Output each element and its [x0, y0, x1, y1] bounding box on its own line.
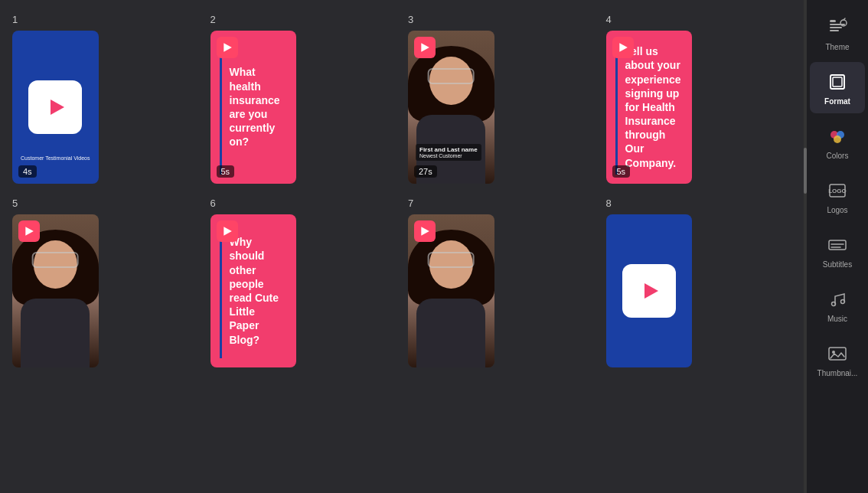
item-number-3: 3 — [408, 14, 413, 25]
play-badge-7 — [414, 220, 436, 242]
svg-marker-6 — [224, 227, 232, 236]
sidebar-item-music[interactable]: Music — [810, 279, 865, 331]
sidebar-item-theme[interactable]: Theme — [810, 8, 865, 59]
card-text-6: Why should other people read Cute Little… — [230, 235, 288, 347]
theme-icon — [825, 15, 850, 40]
svg-rect-13 — [830, 30, 839, 31]
main-content: 1 Customer Testimonial Videos 4s — [0, 0, 804, 493]
sidebar: Theme Format Colors LOGO — [807, 0, 868, 493]
svg-marker-7 — [421, 227, 429, 236]
video-grid: 1 Customer Testimonial Videos 4s — [12, 12, 791, 367]
card-3[interactable]: First and Last name Newest Customer 27s — [408, 31, 494, 184]
card-7[interactable] — [408, 214, 494, 367]
svg-point-20 — [834, 135, 841, 143]
item-number-8: 8 — [606, 198, 612, 209]
sidebar-item-thumbnail[interactable]: Thumbnai... — [810, 334, 865, 385]
duration-3: 27s — [414, 165, 437, 178]
logo-box-1 — [28, 80, 82, 134]
logo-box-8 — [622, 264, 676, 318]
grid-item-3[interactable]: 3 First and Last name Newest Customer — [408, 31, 594, 184]
duration-1: 4s — [18, 165, 37, 178]
item-number-6: 6 — [210, 198, 216, 209]
svg-marker-4 — [619, 43, 628, 52]
svg-marker-2 — [224, 43, 232, 52]
left-bar-6 — [220, 224, 222, 358]
svg-marker-5 — [25, 227, 34, 236]
grid-item-6[interactable]: 6 Why should other people read Cute Litt… — [210, 214, 396, 367]
sidebar-item-colors[interactable]: Colors — [810, 116, 865, 168]
play-badge-3 — [414, 37, 436, 58]
item-number-5: 5 — [12, 198, 18, 209]
svg-point-27 — [841, 300, 845, 304]
duration-4: 5s — [612, 165, 631, 178]
subtitles-icon — [825, 233, 850, 257]
card-2[interactable]: What health insurance are you currently … — [210, 31, 297, 184]
grid-item-1[interactable]: 1 Customer Testimonial Videos 4s — [12, 31, 198, 184]
item-number-1: 1 — [12, 14, 18, 25]
play-badge-6 — [217, 220, 238, 242]
item-number-7: 7 — [408, 198, 413, 209]
sidebar-label-theme: Theme — [825, 43, 849, 51]
grid-item-8[interactable]: 8 — [606, 214, 792, 367]
logo-subtitle-1: Customer Testimonial Videos — [12, 155, 99, 161]
music-icon — [825, 287, 850, 312]
grid-item-2[interactable]: 2 What health insurance are you currentl… — [210, 31, 396, 184]
scroll-divider — [804, 0, 807, 493]
colors-icon — [825, 124, 850, 149]
svg-rect-23 — [829, 240, 846, 250]
sidebar-label-logos: Logos — [827, 206, 847, 214]
svg-point-26 — [832, 302, 836, 306]
card-8[interactable] — [606, 214, 693, 367]
logos-icon: LOGO — [825, 178, 850, 203]
svg-rect-12 — [830, 27, 842, 28]
sidebar-item-subtitles[interactable]: Subtitles — [810, 225, 865, 276]
item-number-4: 4 — [606, 14, 612, 25]
left-bar-2 — [220, 40, 222, 175]
format-icon — [825, 70, 850, 94]
svg-rect-17 — [833, 77, 842, 87]
card-text-4: Tell us about your experience signing up… — [625, 44, 684, 170]
card-6[interactable]: Why should other people read Cute Little… — [210, 214, 297, 367]
sidebar-label-format: Format — [824, 97, 850, 106]
left-bar-4 — [615, 40, 618, 175]
grid-item-4[interactable]: 4 Tell us about your experience signing … — [606, 31, 792, 184]
thumbnail-icon — [825, 341, 850, 366]
sidebar-label-colors: Colors — [827, 152, 849, 160]
grid-item-5[interactable]: 5 — [12, 214, 198, 367]
duration-2: 5s — [217, 165, 235, 178]
sidebar-label-music: Music — [827, 315, 847, 323]
grid-item-7[interactable]: 7 — [408, 214, 594, 367]
play-badge-4 — [612, 37, 634, 58]
svg-rect-10 — [830, 20, 836, 22]
sidebar-item-format[interactable]: Format — [810, 62, 865, 113]
card-1[interactable]: Customer Testimonial Videos 4s — [12, 31, 99, 184]
sidebar-label-thumbnail: Thumbnai... — [817, 369, 858, 377]
play-badge-2 — [217, 37, 238, 58]
card-5[interactable] — [12, 214, 99, 367]
play-badge-5 — [18, 220, 40, 242]
scroll-thumb[interactable] — [804, 148, 807, 194]
sidebar-label-subtitles: Subtitles — [823, 260, 852, 269]
card-text-2: What health insurance are you currently … — [230, 65, 288, 149]
sidebar-item-logos[interactable]: LOGO Logos — [810, 171, 865, 222]
card-4[interactable]: Tell us about your experience signing up… — [606, 31, 693, 184]
name-tag-3: First and Last name Newest Customer — [416, 144, 481, 161]
svg-text:LOGO: LOGO — [828, 188, 847, 194]
item-number-2: 2 — [210, 14, 216, 25]
svg-rect-11 — [830, 24, 845, 25]
svg-marker-3 — [421, 43, 429, 52]
